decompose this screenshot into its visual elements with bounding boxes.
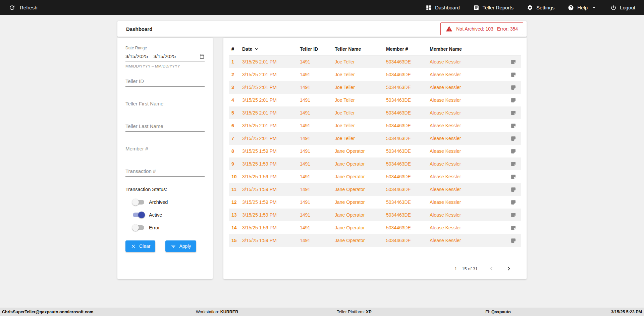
row-note-cell	[505, 148, 521, 154]
note-icon[interactable]	[511, 174, 516, 180]
fi-info: FI: Qaxpauto	[485, 310, 511, 314]
row-number: 10	[229, 174, 242, 179]
row-teller-name: Jane Operator	[335, 161, 386, 167]
topbar-nav: Dashboard Teller Reports Settings Help	[426, 5, 635, 11]
calendar-icon[interactable]	[199, 54, 205, 59]
note-icon[interactable]	[511, 199, 516, 205]
transaction-status-label: Transaction Status:	[125, 187, 205, 192]
apply-button[interactable]: Apply	[165, 240, 196, 252]
table-row[interactable]: 6 3/15/25 2:01 PM 1491 Joe Teller 503446…	[229, 119, 521, 132]
row-number: 12	[229, 199, 242, 205]
table-row[interactable]: 7 3/15/25 2:01 PM 1491 Joe Teller 503446…	[229, 132, 521, 145]
note-icon[interactable]	[511, 238, 516, 243]
row-number: 14	[229, 225, 242, 230]
note-icon[interactable]	[511, 225, 516, 231]
toggle-archived[interactable]: Archived	[133, 199, 205, 205]
table-row[interactable]: 15 3/15/25 1:59 PM 1491 Jane Operator 50…	[229, 234, 521, 247]
teller-platform-info: Teller Platform: XP	[337, 310, 372, 314]
note-icon[interactable]	[511, 110, 516, 116]
transaction-number-input[interactable]	[125, 166, 205, 177]
toggle-error[interactable]: Error	[133, 225, 205, 230]
row-number: 13	[229, 212, 242, 218]
refresh-button[interactable]: Refresh	[9, 4, 38, 11]
clipboard-icon	[473, 5, 479, 11]
teller-id-input[interactable]	[125, 76, 205, 87]
note-icon[interactable]	[511, 123, 516, 129]
note-icon[interactable]	[511, 161, 516, 167]
table-row[interactable]: 8 3/15/25 1:59 PM 1491 Jane Operator 503…	[229, 145, 521, 157]
note-icon[interactable]	[511, 136, 516, 141]
table-row[interactable]: 14 3/15/25 1:59 PM 1491 Jane Operator 50…	[229, 221, 521, 234]
note-icon[interactable]	[511, 212, 516, 218]
note-icon[interactable]	[511, 59, 516, 65]
nav-item-dashboard[interactable]: Dashboard	[426, 5, 460, 11]
note-icon[interactable]	[511, 187, 516, 192]
next-page-icon[interactable]	[505, 265, 513, 272]
nav-label: Help	[577, 5, 588, 10]
table-row[interactable]: 12 3/15/25 1:59 PM 1491 Jane Operator 50…	[229, 196, 521, 209]
row-teller-id: 1491	[300, 72, 335, 77]
row-date: 3/15/25 1:59 PM	[242, 212, 300, 218]
table-row[interactable]: 9 3/15/25 1:59 PM 1491 Jane Operator 503…	[229, 157, 521, 170]
current-datetime: 3/15/25 5:23 PM	[611, 310, 642, 314]
row-note-cell	[505, 59, 521, 65]
clear-button[interactable]: Clear	[125, 240, 155, 252]
fi-label: FI:	[485, 310, 490, 314]
nav-item-teller-reports[interactable]: Teller Reports	[473, 5, 514, 11]
row-member-name: Alease Kessler	[430, 59, 505, 64]
row-number: 3	[229, 85, 242, 90]
page-header: Dashboard Not Archived: 103 Error: 354	[117, 21, 527, 37]
note-icon[interactable]	[511, 148, 516, 154]
column-header-date-label: Date	[242, 46, 252, 52]
help-icon	[568, 5, 574, 11]
clear-button-label: Clear	[139, 243, 150, 249]
row-member-name: Alease Kessler	[430, 136, 505, 141]
row-teller-name: Jane Operator	[335, 225, 386, 230]
row-teller-name: Joe Teller	[335, 123, 386, 128]
previous-page-icon[interactable]	[488, 265, 495, 272]
table-row[interactable]: 1 3/15/25 2:01 PM 1491 Joe Teller 503446…	[229, 55, 521, 68]
topbar: Refresh Dashboard Teller Reports Setting…	[0, 0, 644, 15]
table-row[interactable]: 13 3/15/25 1:59 PM 1491 Jane Operator 50…	[229, 209, 521, 221]
workstation-value: KURRER	[220, 310, 238, 314]
note-icon[interactable]	[511, 72, 516, 78]
teller-first-name-input[interactable]	[125, 98, 205, 109]
row-number: 1	[229, 59, 242, 64]
table-row[interactable]: 11 3/15/25 1:59 PM 1491 Jane Operator 50…	[229, 183, 521, 196]
date-range-field	[125, 51, 205, 61]
row-teller-id: 1491	[300, 148, 335, 154]
nav-label: Dashboard	[435, 5, 460, 10]
teller-last-name-input[interactable]	[125, 121, 205, 132]
column-header-date[interactable]: Date	[242, 46, 300, 52]
table-row[interactable]: 2 3/15/25 2:01 PM 1491 Joe Teller 503446…	[229, 68, 521, 81]
date-range-input[interactable]	[125, 53, 199, 59]
active-toggle-switch[interactable]	[133, 213, 144, 217]
toggle-label: Archived	[149, 199, 168, 205]
table-row[interactable]: 5 3/15/25 2:01 PM 1491 Joe Teller 503446…	[229, 106, 521, 119]
transactions-table: # Date Teller ID Teller Name Member # Me…	[223, 38, 527, 279]
note-icon[interactable]	[511, 85, 516, 90]
row-member-number: 5034463DE	[386, 225, 430, 230]
toggle-active[interactable]: Active	[133, 212, 205, 218]
nav-item-settings[interactable]: Settings	[527, 5, 554, 11]
nav-item-logout[interactable]: Logout	[610, 5, 635, 11]
archived-toggle-switch[interactable]	[133, 200, 144, 205]
nav-item-help[interactable]: Help	[568, 5, 597, 11]
table-row[interactable]: 3 3/15/25 2:01 PM 1491 Joe Teller 503446…	[229, 81, 521, 94]
row-teller-name: Joe Teller	[335, 85, 386, 90]
error-toggle-switch[interactable]	[133, 225, 144, 230]
row-member-name: Alease Kessler	[430, 199, 505, 205]
row-date: 3/15/25 1:59 PM	[242, 148, 300, 154]
table-row[interactable]: 10 3/15/25 1:59 PM 1491 Jane Operator 50…	[229, 170, 521, 183]
member-number-input[interactable]	[125, 143, 205, 154]
row-member-name: Alease Kessler	[430, 85, 505, 90]
note-icon[interactable]	[511, 97, 516, 103]
workstation-info: Workstation: KURRER	[196, 310, 238, 314]
row-member-name: Alease Kessler	[430, 123, 505, 128]
table-row[interactable]: 4 3/15/25 2:01 PM 1491 Joe Teller 503446…	[229, 94, 521, 106]
row-note-cell	[505, 199, 521, 205]
row-date: 3/15/25 2:01 PM	[242, 97, 300, 103]
row-number: 15	[229, 238, 242, 243]
row-date: 3/15/25 2:01 PM	[242, 59, 300, 64]
warning-icon	[446, 26, 452, 32]
